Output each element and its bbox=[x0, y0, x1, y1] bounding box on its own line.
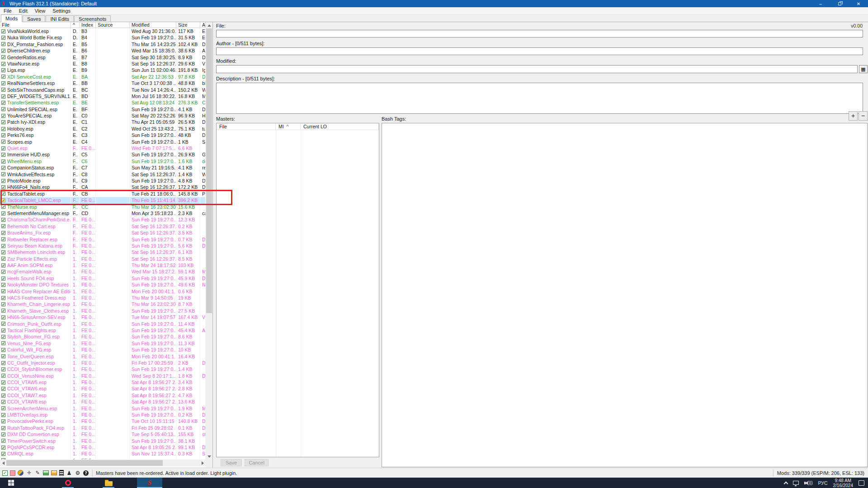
mod-checkbox[interactable] bbox=[1, 101, 5, 105]
mod-checkbox[interactable] bbox=[1, 439, 5, 443]
mod-checkbox[interactable] bbox=[1, 374, 5, 378]
vertical-scroll-thumb[interactable] bbox=[206, 28, 212, 313]
mod-checkbox[interactable] bbox=[1, 160, 5, 164]
scroll-down-icon[interactable] bbox=[206, 453, 212, 460]
tab-mods[interactable]: Mods bbox=[1, 14, 22, 22]
edit-icon[interactable]: ✎ bbox=[34, 470, 41, 476]
mod-checkbox[interactable] bbox=[1, 42, 5, 46]
scroll-left-icon[interactable] bbox=[0, 460, 6, 466]
mod-row[interactable]: Tactical Flashlights.esp 1. FE 0... Sun … bbox=[0, 327, 206, 333]
tab-screenshots[interactable]: Screenshots bbox=[74, 15, 111, 22]
mod-row[interactable]: AAF Anim SOPM.esp 1. FE 0... Thu Mar 24 … bbox=[0, 262, 206, 268]
mod-checkbox[interactable] bbox=[1, 120, 5, 124]
mod-row[interactable]: Stylish_Bloomer_FG.esp 1. FE 0... Sun Fe… bbox=[0, 333, 206, 340]
mod-row[interactable]: Holoboy.esp E. C2 Wed Oct 25 13:43:2... … bbox=[0, 126, 206, 132]
menu-file[interactable]: File bbox=[0, 7, 15, 14]
mod-row[interactable]: HACS Feathered Dress.esp 1. FE 0... Thu … bbox=[0, 295, 206, 301]
mod-row[interactable]: CCOI_VenusNine.esp 1. FE 0... Wed Sep 8 … bbox=[0, 373, 206, 379]
mod-checkbox[interactable] bbox=[1, 133, 5, 137]
mod-row[interactable]: TacticalTablet_LMCC.esp F.. FE 0... Thu … bbox=[0, 197, 206, 203]
taskbar-app-explorer[interactable] bbox=[99, 478, 118, 488]
mod-row[interactable]: Behemoth No Cart.esp F.. FE 0... Sat Sep… bbox=[0, 223, 206, 230]
mod-row[interactable]: DX_Pornstar_Fashion.esp E. B5 Thu Mar 16… bbox=[0, 41, 206, 47]
menu-edit[interactable]: Edit bbox=[15, 7, 31, 14]
file-input[interactable] bbox=[216, 30, 863, 38]
mod-checkbox[interactable] bbox=[1, 302, 5, 306]
mod-checkbox[interactable] bbox=[1, 114, 5, 118]
column-header-file[interactable]: File bbox=[0, 22, 71, 28]
mod-checkbox[interactable] bbox=[1, 231, 5, 235]
mod-row[interactable]: Immersive HUD.esp F.. C5 Sun Feb 19 19:2… bbox=[0, 151, 206, 158]
mod-checkbox[interactable] bbox=[1, 387, 5, 391]
mod-row[interactable]: CCOI_StylishBloomer.esp 1. FE 0... Sun F… bbox=[0, 366, 206, 372]
description-input[interactable] bbox=[216, 83, 863, 114]
mod-checkbox[interactable] bbox=[1, 289, 5, 293]
mod-checkbox[interactable] bbox=[1, 49, 5, 53]
mod-row[interactable]: RutahTattooPack_FO4.esp 1. FE 0... Fri F… bbox=[0, 425, 206, 431]
mod-checkbox[interactable] bbox=[1, 153, 5, 157]
mod-row[interactable]: TimerPowerSwitch.esp 1. FE 0... Sun Feb … bbox=[0, 438, 206, 444]
column-header-index[interactable]: Index bbox=[80, 22, 96, 28]
mod-row[interactable]: Liga.esp E. B9 Sun Jun 11 02:00:46... 19… bbox=[0, 67, 206, 73]
add-tag-button[interactable]: + bbox=[849, 111, 858, 121]
mod-checkbox[interactable] bbox=[1, 218, 5, 222]
mod-row[interactable]: HN66-SiriusArmor-SEV.esp 1. FE 0... Tue … bbox=[0, 314, 206, 320]
mod-row[interactable]: VivaNukaWorld.esp D. B3 Wed Aug 30 21:36… bbox=[0, 28, 206, 34]
mod-row[interactable]: PhotoMode.esp F.. C9 Sun Feb 19 19:27:0.… bbox=[0, 178, 206, 184]
column-header-source[interactable]: Source bbox=[96, 22, 130, 28]
mod-row[interactable]: Tone_OverQueen.esp 1. FE 0... Mon Feb 20… bbox=[0, 353, 206, 360]
mod-row[interactable]: DEF_WIDGETS_SURVIVAL1... E. BD Mon Jul 1… bbox=[0, 93, 206, 99]
mod-row[interactable]: Crimson_Punk_Outfit.esp 1. FE 0... Sun F… bbox=[0, 321, 206, 327]
mod-row[interactable]: CCOI_VTAW5.esp 1. FE 0... Sat Apr 8 19:5… bbox=[0, 379, 206, 385]
network-icon[interactable] bbox=[793, 481, 799, 485]
language-indicator[interactable]: РУС bbox=[818, 480, 827, 486]
mod-row[interactable]: Scopes.esp E. C4 Sun Feb 19 19:27:0... 1… bbox=[0, 139, 206, 145]
mod-checkbox[interactable] bbox=[1, 172, 5, 176]
mod-checkbox[interactable] bbox=[1, 432, 5, 436]
mod-row[interactable]: Nuka World Bottle Fix.esp D. B4 Sun Feb … bbox=[0, 34, 206, 41]
mod-checkbox[interactable] bbox=[1, 413, 5, 417]
mod-row[interactable]: ProvocativePerks.esp 1. FE 0... Tue Oct … bbox=[0, 418, 206, 424]
mod-checkbox[interactable] bbox=[1, 322, 5, 326]
mod-checkbox[interactable] bbox=[1, 315, 5, 319]
mod-row[interactable]: LMBTOverlays.esp 1. FE 0... Sun Feb 19 1… bbox=[0, 412, 206, 418]
column-header-modified[interactable]: Modified bbox=[130, 22, 176, 28]
tray-expand-icon[interactable] bbox=[784, 481, 788, 486]
menu-view[interactable]: View bbox=[31, 7, 49, 14]
mod-row[interactable]: Kharneth_Slave_Clothes.esp 1. FE 0... Su… bbox=[0, 308, 206, 314]
mod-checkbox[interactable] bbox=[1, 419, 5, 423]
mod-row[interactable]: Perks76.esp E. C3 Sun Feb 19 19:27:0... … bbox=[0, 132, 206, 138]
bash-tags-input[interactable] bbox=[382, 123, 868, 467]
mod-row[interactable]: CMRQL.esp 1. FE 0... Sun Nov 12 15:37:4.… bbox=[0, 450, 206, 457]
mod-row[interactable]: ScreenArcherMenu.esp 1. FE 0... Sun Feb … bbox=[0, 405, 206, 412]
column-header-author[interactable]: Au bbox=[200, 22, 206, 28]
mod-row[interactable]: RealNameSettlers.esp E. BB Tue Oct 3 17:… bbox=[0, 80, 206, 86]
mod-checkbox[interactable] bbox=[1, 62, 5, 66]
mod-checkbox[interactable] bbox=[1, 166, 5, 170]
move-icon[interactable]: ✚ bbox=[26, 470, 32, 476]
mod-row[interactable]: mcgFemaleWalk.esp 1. FE 0... Wed Mar 15 … bbox=[0, 268, 206, 275]
mod-checkbox[interactable] bbox=[1, 185, 5, 189]
mod-row[interactable]: DiverseChildren.esp E. B6 Wed Mar 15 18:… bbox=[0, 47, 206, 54]
mod-checkbox[interactable] bbox=[1, 107, 5, 111]
mod-row[interactable]: VtawNurse.esp E. B8 Sat Sep 16 12:26:37.… bbox=[0, 61, 206, 67]
vertical-scrollbar[interactable] bbox=[206, 22, 212, 460]
globe-icon[interactable] bbox=[18, 470, 24, 476]
mod-row[interactable]: CCOI_VTAW8.esp 1. FE 0... Sat Apr 8 19:5… bbox=[0, 399, 206, 405]
clock[interactable]: 9:48 AM 2/16/2024 bbox=[833, 478, 854, 488]
taskbar-app-opera[interactable] bbox=[58, 478, 78, 488]
mod-row[interactable]: Kharneth_Chain_Lingerie.esp 1. FE 0... T… bbox=[0, 301, 206, 307]
mod-checkbox[interactable] bbox=[1, 250, 5, 254]
mod-checkbox[interactable] bbox=[1, 380, 5, 385]
mod-row[interactable]: TheNurse.esp F.. CC Thu Mar 16 23:02:30.… bbox=[0, 204, 206, 210]
masters-column-mi[interactable]: MI ^ bbox=[276, 123, 301, 130]
mod-row[interactable]: XDI ServiceCost.esp E. BA Sat Apr 22 12:… bbox=[0, 74, 206, 80]
mod-row[interactable]: CCOI_VTAW7.esp 1. FE 0... Sat Apr 8 19:5… bbox=[0, 392, 206, 399]
mod-checkbox[interactable] bbox=[1, 29, 5, 33]
masters-column-file[interactable]: File bbox=[217, 123, 276, 130]
help-icon[interactable]: ? bbox=[83, 470, 89, 476]
minimize-button[interactable]: – bbox=[811, 0, 830, 7]
mod-checkbox[interactable] bbox=[1, 309, 5, 313]
mod-row[interactable]: Heels Sound FO4.esp 1. FE 0... Sun Feb 1… bbox=[0, 275, 206, 282]
mod-checkbox[interactable] bbox=[1, 244, 5, 248]
